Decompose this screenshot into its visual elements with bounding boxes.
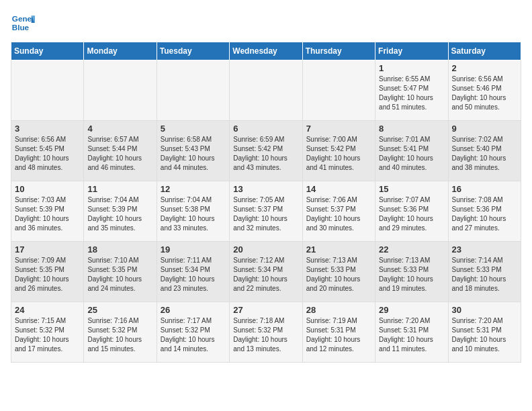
calendar-cell: 10Sunrise: 7:03 AM Sunset: 5:39 PM Dayli… — [11, 181, 84, 242]
day-number: 25 — [87, 305, 152, 315]
calendar-cell — [11, 60, 84, 121]
calendar-cell: 19Sunrise: 7:11 AM Sunset: 5:34 PM Dayli… — [157, 242, 229, 302]
day-info: Sunrise: 7:16 AM Sunset: 5:32 PM Dayligh… — [87, 316, 152, 354]
day-number: 4 — [87, 124, 152, 134]
day-info: Sunrise: 6:57 AM Sunset: 5:44 PM Dayligh… — [87, 135, 152, 173]
day-number: 6 — [233, 124, 298, 134]
day-number: 11 — [87, 184, 152, 194]
calendar-cell: 26Sunrise: 7:17 AM Sunset: 5:32 PM Dayli… — [157, 302, 229, 363]
day-info: Sunrise: 7:18 AM Sunset: 5:32 PM Dayligh… — [233, 316, 298, 354]
calendar-cell: 21Sunrise: 7:13 AM Sunset: 5:33 PM Dayli… — [302, 242, 375, 302]
col-header-tuesday: Tuesday — [157, 42, 229, 60]
day-info: Sunrise: 7:17 AM Sunset: 5:32 PM Dayligh… — [161, 316, 226, 354]
calendar-cell: 14Sunrise: 7:06 AM Sunset: 5:37 PM Dayli… — [302, 181, 375, 242]
calendar-cell: 18Sunrise: 7:10 AM Sunset: 5:35 PM Dayli… — [84, 242, 157, 302]
day-number: 3 — [15, 124, 80, 134]
day-info: Sunrise: 7:10 AM Sunset: 5:35 PM Dayligh… — [87, 256, 152, 293]
day-number: 23 — [452, 244, 517, 255]
day-number: 16 — [452, 184, 517, 194]
calendar-cell — [157, 60, 229, 121]
day-info: Sunrise: 7:00 AM Sunset: 5:42 PM Dayligh… — [306, 135, 371, 173]
day-info: Sunrise: 7:19 AM Sunset: 5:31 PM Dayligh… — [306, 316, 371, 354]
col-header-thursday: Thursday — [302, 42, 375, 60]
col-header-wednesday: Wednesday — [230, 42, 302, 60]
day-info: Sunrise: 7:04 AM Sunset: 5:38 PM Dayligh… — [161, 195, 226, 233]
day-number: 21 — [306, 244, 371, 255]
day-number: 17 — [15, 244, 80, 255]
day-number: 26 — [161, 305, 226, 315]
logo: General Blue — [11, 11, 35, 35]
day-info: Sunrise: 6:56 AM Sunset: 5:46 PM Dayligh… — [452, 75, 517, 112]
week-row-1: 3Sunrise: 6:56 AM Sunset: 5:45 PM Daylig… — [11, 121, 521, 181]
day-info: Sunrise: 7:03 AM Sunset: 5:39 PM Dayligh… — [15, 195, 80, 233]
day-info: Sunrise: 7:13 AM Sunset: 5:33 PM Dayligh… — [306, 256, 371, 293]
day-info: Sunrise: 6:56 AM Sunset: 5:45 PM Dayligh… — [15, 135, 80, 173]
day-info: Sunrise: 6:59 AM Sunset: 5:42 PM Dayligh… — [233, 135, 298, 173]
day-number: 14 — [306, 184, 371, 194]
calendar-cell — [302, 60, 375, 121]
calendar-cell: 20Sunrise: 7:12 AM Sunset: 5:34 PM Dayli… — [230, 242, 302, 302]
col-header-saturday: Saturday — [448, 42, 521, 60]
calendar-cell: 22Sunrise: 7:13 AM Sunset: 5:33 PM Dayli… — [375, 242, 448, 302]
day-info: Sunrise: 7:01 AM Sunset: 5:41 PM Dayligh… — [379, 135, 444, 173]
day-number: 5 — [161, 124, 226, 134]
week-row-4: 24Sunrise: 7:15 AM Sunset: 5:32 PM Dayli… — [11, 302, 521, 363]
calendar-cell: 2Sunrise: 6:56 AM Sunset: 5:46 PM Daylig… — [448, 60, 521, 121]
day-number: 20 — [233, 244, 298, 255]
page-header: General Blue — [11, 11, 521, 35]
logo-icon: General Blue — [11, 11, 35, 35]
calendar-cell: 16Sunrise: 7:08 AM Sunset: 5:36 PM Dayli… — [448, 181, 521, 242]
calendar-cell — [84, 60, 157, 121]
week-row-0: 1Sunrise: 6:55 AM Sunset: 5:47 PM Daylig… — [11, 60, 521, 121]
day-number: 7 — [306, 124, 371, 134]
day-number: 8 — [379, 124, 444, 134]
day-info: Sunrise: 7:15 AM Sunset: 5:32 PM Dayligh… — [15, 316, 80, 354]
calendar-cell: 23Sunrise: 7:14 AM Sunset: 5:33 PM Dayli… — [448, 242, 521, 302]
calendar-cell: 28Sunrise: 7:19 AM Sunset: 5:31 PM Dayli… — [302, 302, 375, 363]
day-info: Sunrise: 6:58 AM Sunset: 5:43 PM Dayligh… — [161, 135, 226, 173]
day-info: Sunrise: 7:08 AM Sunset: 5:36 PM Dayligh… — [452, 195, 517, 233]
calendar-cell — [230, 60, 302, 121]
calendar-cell: 11Sunrise: 7:04 AM Sunset: 5:39 PM Dayli… — [84, 181, 157, 242]
day-number: 2 — [452, 63, 517, 73]
day-info: Sunrise: 7:07 AM Sunset: 5:36 PM Dayligh… — [379, 195, 444, 233]
day-number: 13 — [233, 184, 298, 194]
col-header-monday: Monday — [84, 42, 157, 60]
calendar-cell: 12Sunrise: 7:04 AM Sunset: 5:38 PM Dayli… — [157, 181, 229, 242]
day-info: Sunrise: 6:55 AM Sunset: 5:47 PM Dayligh… — [379, 75, 444, 112]
day-info: Sunrise: 7:02 AM Sunset: 5:40 PM Dayligh… — [452, 135, 517, 173]
day-info: Sunrise: 7:09 AM Sunset: 5:35 PM Dayligh… — [15, 256, 80, 293]
week-row-2: 10Sunrise: 7:03 AM Sunset: 5:39 PM Dayli… — [11, 181, 521, 242]
calendar-cell: 3Sunrise: 6:56 AM Sunset: 5:45 PM Daylig… — [11, 121, 84, 181]
day-info: Sunrise: 7:06 AM Sunset: 5:37 PM Dayligh… — [306, 195, 371, 233]
svg-text:Blue: Blue — [12, 23, 30, 32]
calendar-cell: 25Sunrise: 7:16 AM Sunset: 5:32 PM Dayli… — [84, 302, 157, 363]
day-number: 18 — [87, 244, 152, 255]
day-number: 27 — [233, 305, 298, 315]
day-info: Sunrise: 7:04 AM Sunset: 5:39 PM Dayligh… — [87, 195, 152, 233]
day-number: 1 — [379, 63, 444, 73]
day-info: Sunrise: 7:20 AM Sunset: 5:31 PM Dayligh… — [379, 316, 444, 354]
calendar-cell: 24Sunrise: 7:15 AM Sunset: 5:32 PM Dayli… — [11, 302, 84, 363]
calendar-cell: 13Sunrise: 7:05 AM Sunset: 5:37 PM Dayli… — [230, 181, 302, 242]
calendar-cell: 17Sunrise: 7:09 AM Sunset: 5:35 PM Dayli… — [11, 242, 84, 302]
calendar-cell: 27Sunrise: 7:18 AM Sunset: 5:32 PM Dayli… — [230, 302, 302, 363]
day-number: 9 — [452, 124, 517, 134]
day-number: 28 — [306, 305, 371, 315]
calendar-cell: 9Sunrise: 7:02 AM Sunset: 5:40 PM Daylig… — [448, 121, 521, 181]
day-info: Sunrise: 7:20 AM Sunset: 5:31 PM Dayligh… — [452, 316, 517, 354]
calendar-table: SundayMondayTuesdayWednesdayThursdayFrid… — [11, 42, 521, 363]
calendar-cell: 8Sunrise: 7:01 AM Sunset: 5:41 PM Daylig… — [375, 121, 448, 181]
calendar-cell: 6Sunrise: 6:59 AM Sunset: 5:42 PM Daylig… — [230, 121, 302, 181]
calendar-cell: 29Sunrise: 7:20 AM Sunset: 5:31 PM Dayli… — [375, 302, 448, 363]
calendar-cell: 4Sunrise: 6:57 AM Sunset: 5:44 PM Daylig… — [84, 121, 157, 181]
day-info: Sunrise: 7:14 AM Sunset: 5:33 PM Dayligh… — [452, 256, 517, 293]
calendar-cell: 15Sunrise: 7:07 AM Sunset: 5:36 PM Dayli… — [375, 181, 448, 242]
day-info: Sunrise: 7:05 AM Sunset: 5:37 PM Dayligh… — [233, 195, 298, 233]
calendar-cell: 7Sunrise: 7:00 AM Sunset: 5:42 PM Daylig… — [302, 121, 375, 181]
calendar-cell: 5Sunrise: 6:58 AM Sunset: 5:43 PM Daylig… — [157, 121, 229, 181]
day-info: Sunrise: 7:13 AM Sunset: 5:33 PM Dayligh… — [379, 256, 444, 293]
day-info: Sunrise: 7:12 AM Sunset: 5:34 PM Dayligh… — [233, 256, 298, 293]
day-number: 19 — [161, 244, 226, 255]
calendar-cell: 30Sunrise: 7:20 AM Sunset: 5:31 PM Dayli… — [448, 302, 521, 363]
